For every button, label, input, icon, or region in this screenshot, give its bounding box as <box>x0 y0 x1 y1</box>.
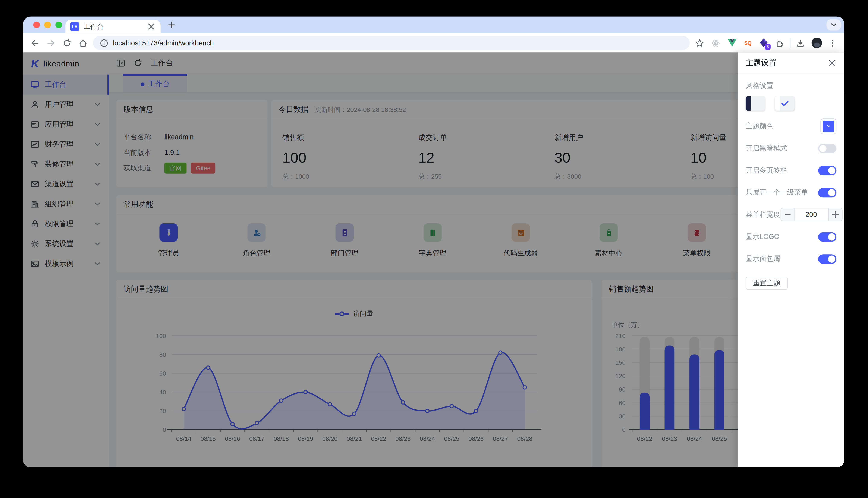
extension-badge: 5 <box>765 43 770 50</box>
gem-extension-icon[interactable]: 5 <box>758 37 770 49</box>
theme-settings-drawer: 主题设置 风格设置 主题颜色开启黑暗模式开启多页签栏只展开一个一级菜单菜单栏宽度… <box>738 52 844 467</box>
bookmark-star-icon[interactable] <box>694 37 706 49</box>
vue-devtools-icon[interactable] <box>726 37 738 49</box>
check-icon <box>775 96 794 110</box>
drawer-row: 开启多页签栏 <box>738 159 844 181</box>
downloads-button[interactable] <box>794 37 806 49</box>
close-drawer-icon[interactable] <box>828 59 837 67</box>
toggle-on[interactable] <box>818 188 837 197</box>
toolbar-separator <box>790 38 791 48</box>
decrement-button[interactable] <box>781 208 795 221</box>
minimize-window-button[interactable] <box>44 22 51 28</box>
close-tab-icon[interactable] <box>147 22 155 31</box>
window-controls <box>33 22 62 28</box>
modal-dim-overlay[interactable] <box>23 52 844 467</box>
drawer-row: 菜单栏宽度200 <box>738 204 844 226</box>
drawer-row: 显示面包屑 <box>738 248 844 270</box>
drawer-title: 主题设置 <box>745 58 777 68</box>
style-cards <box>745 96 837 112</box>
browser-toolbar: localhost:5173/admin/workbench SQ 5 <box>23 33 844 53</box>
page-viewport: K likeadmin 工作台用户管理应用管理财务管理装修管理渠道设置组织管理权… <box>23 52 844 467</box>
tab-title: 工作台 <box>84 22 146 31</box>
drawer-row: 只展开一个一级菜单 <box>738 181 844 204</box>
drawer-row-label: 主题颜色 <box>745 121 774 131</box>
drawer-row-label: 菜单栏宽度 <box>745 210 780 219</box>
toggle-on[interactable] <box>818 232 837 241</box>
browser-menu-button[interactable] <box>827 37 839 49</box>
toggle-off[interactable] <box>818 144 837 153</box>
favicon: LA <box>70 22 79 31</box>
browser-tab[interactable]: LA 工作台 <box>65 20 161 33</box>
reload-button[interactable] <box>61 37 73 49</box>
style-dark-sidebar-card[interactable] <box>745 96 765 110</box>
drawer-rows: 主题颜色开启黑暗模式开启多页签栏只展开一个一级菜单菜单栏宽度200显示LOGO显… <box>738 115 844 270</box>
tab-search-button[interactable] <box>827 19 841 30</box>
style-section-label: 风格设置 <box>745 81 837 91</box>
theme-color-picker[interactable] <box>820 118 837 134</box>
back-button[interactable] <box>29 37 41 49</box>
drawer-row: 主题颜色 <box>738 115 844 137</box>
drawer-row: 显示LOGO <box>738 225 844 248</box>
browser-tabstrip: LA 工作台 <box>23 17 844 33</box>
home-button[interactable] <box>77 37 89 49</box>
extensions-puzzle-icon[interactable] <box>774 37 786 49</box>
drawer-row-label: 只展开一个一级菜单 <box>745 188 808 197</box>
avatar <box>811 38 822 48</box>
chevron-down-icon <box>826 123 831 129</box>
drawer-row-label: 开启黑暗模式 <box>745 144 787 153</box>
menu-width-value[interactable]: 200 <box>795 208 828 221</box>
zoom-window-button[interactable] <box>55 22 62 28</box>
close-window-button[interactable] <box>33 22 40 28</box>
address-bar[interactable]: localhost:5173/admin/workbench <box>93 36 690 50</box>
style-light-sidebar-card[interactable] <box>775 96 794 110</box>
increment-button[interactable] <box>828 208 842 221</box>
menu-width-stepper: 200 <box>780 208 842 221</box>
forward-button[interactable] <box>45 37 57 49</box>
new-tab-button[interactable] <box>167 21 176 29</box>
drawer-row: 开启黑暗模式 <box>738 137 844 159</box>
url-text: localhost:5173/admin/workbench <box>113 39 214 47</box>
toggle-on[interactable] <box>818 254 837 263</box>
desktop: LA 工作台 localhost:5173/admin/workbench SQ… <box>0 0 868 498</box>
browser-window: LA 工作台 localhost:5173/admin/workbench SQ… <box>23 17 844 467</box>
reset-theme-button[interactable]: 重置主题 <box>745 276 788 290</box>
drawer-row-label: 显示LOGO <box>745 232 779 241</box>
drawer-row-label: 显示面包屑 <box>745 254 780 263</box>
react-devtools-icon[interactable] <box>710 37 722 49</box>
sq-extension-icon[interactable]: SQ <box>742 37 754 49</box>
toggle-on[interactable] <box>818 166 837 175</box>
drawer-row-label: 开启多页签栏 <box>745 166 787 175</box>
chevron-down-icon <box>829 21 838 29</box>
profile-avatar[interactable] <box>810 37 822 49</box>
site-info-icon[interactable] <box>100 38 108 47</box>
